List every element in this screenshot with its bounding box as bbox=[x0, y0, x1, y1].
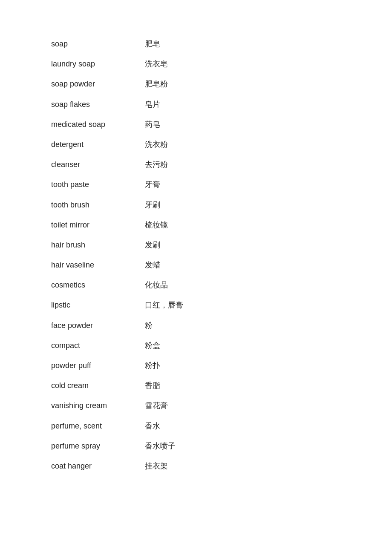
english-term: detergent bbox=[51, 139, 136, 150]
english-term: soap powder bbox=[51, 79, 136, 89]
english-term: powder puff bbox=[51, 360, 136, 371]
english-term: soap bbox=[51, 39, 136, 49]
vocab-item: cold cream香脂 bbox=[51, 376, 392, 396]
chinese-term: 洗衣粉 bbox=[145, 139, 168, 150]
chinese-term: 粉 bbox=[145, 320, 153, 331]
chinese-term: 去污粉 bbox=[145, 159, 168, 170]
chinese-term: 皂片 bbox=[145, 99, 160, 110]
vocab-item: hair brush发刷 bbox=[51, 235, 392, 255]
vocab-item: face powder粉 bbox=[51, 316, 392, 336]
english-term: perfume spray bbox=[51, 441, 136, 451]
english-term: hair vaseline bbox=[51, 260, 136, 270]
vocab-item: cosmetics化妆品 bbox=[51, 275, 392, 295]
vocab-item: medicated soap药皂 bbox=[51, 115, 392, 135]
vocab-item: lipstic口红，唇膏 bbox=[51, 295, 392, 315]
chinese-term: 发刷 bbox=[145, 240, 160, 250]
english-term: tooth paste bbox=[51, 179, 136, 190]
chinese-term: 药皂 bbox=[145, 119, 160, 130]
vocab-item: cleanser去污粉 bbox=[51, 155, 392, 175]
vocab-item: toilet mirror梳妆镜 bbox=[51, 215, 392, 235]
english-term: lipstic bbox=[51, 300, 136, 311]
chinese-term: 肥皂粉 bbox=[145, 79, 168, 89]
english-term: tooth brush bbox=[51, 200, 136, 210]
english-term: soap flakes bbox=[51, 99, 136, 110]
vocab-item: laundry soap洗衣皂 bbox=[51, 54, 392, 74]
english-term: compact bbox=[51, 340, 136, 351]
vocab-item: detergent洗衣粉 bbox=[51, 135, 392, 155]
chinese-term: 牙膏 bbox=[145, 179, 160, 190]
english-term: cleanser bbox=[51, 159, 136, 170]
vocab-item: soap肥皂 bbox=[51, 34, 392, 54]
chinese-term: 牙刷 bbox=[145, 200, 160, 210]
chinese-term: 雪花膏 bbox=[145, 400, 168, 411]
vocab-item: powder puff粉扑 bbox=[51, 356, 392, 376]
vocab-item: tooth paste牙膏 bbox=[51, 175, 392, 195]
vocab-item: coat hanger挂衣架 bbox=[51, 456, 392, 476]
vocab-item: vanishing cream雪花膏 bbox=[51, 396, 392, 416]
vocab-item: compact粉盒 bbox=[51, 336, 392, 356]
chinese-term: 发蜡 bbox=[145, 260, 160, 270]
english-term: coat hanger bbox=[51, 461, 136, 472]
chinese-term: 挂衣架 bbox=[145, 461, 168, 472]
vocab-item: perfume spray香水喷子 bbox=[51, 436, 392, 456]
vocab-item: perfume, scent香水 bbox=[51, 416, 392, 436]
vocabulary-list: soap肥皂laundry soap洗衣皂soap powder肥皂粉soap … bbox=[0, 0, 392, 510]
vocab-item: soap flakes皂片 bbox=[51, 95, 392, 115]
chinese-term: 粉扑 bbox=[145, 360, 160, 371]
chinese-term: 洗衣皂 bbox=[145, 59, 168, 69]
vocab-item: soap powder肥皂粉 bbox=[51, 74, 392, 94]
english-term: cosmetics bbox=[51, 280, 136, 290]
vocab-item: tooth brush牙刷 bbox=[51, 195, 392, 215]
english-term: perfume, scent bbox=[51, 421, 136, 431]
english-term: laundry soap bbox=[51, 59, 136, 69]
chinese-term: 化妆品 bbox=[145, 280, 168, 290]
chinese-term: 香水 bbox=[145, 421, 160, 431]
english-term: toilet mirror bbox=[51, 220, 136, 230]
english-term: vanishing cream bbox=[51, 400, 136, 411]
english-term: face powder bbox=[51, 320, 136, 331]
chinese-term: 粉盒 bbox=[145, 340, 160, 351]
english-term: medicated soap bbox=[51, 119, 136, 130]
chinese-term: 香脂 bbox=[145, 380, 160, 391]
chinese-term: 香水喷子 bbox=[145, 441, 176, 451]
chinese-term: 肥皂 bbox=[145, 39, 160, 49]
vocab-item: hair vaseline发蜡 bbox=[51, 255, 392, 275]
chinese-term: 梳妆镜 bbox=[145, 220, 168, 230]
english-term: cold cream bbox=[51, 380, 136, 391]
english-term: hair brush bbox=[51, 240, 136, 250]
chinese-term: 口红，唇膏 bbox=[145, 300, 183, 311]
